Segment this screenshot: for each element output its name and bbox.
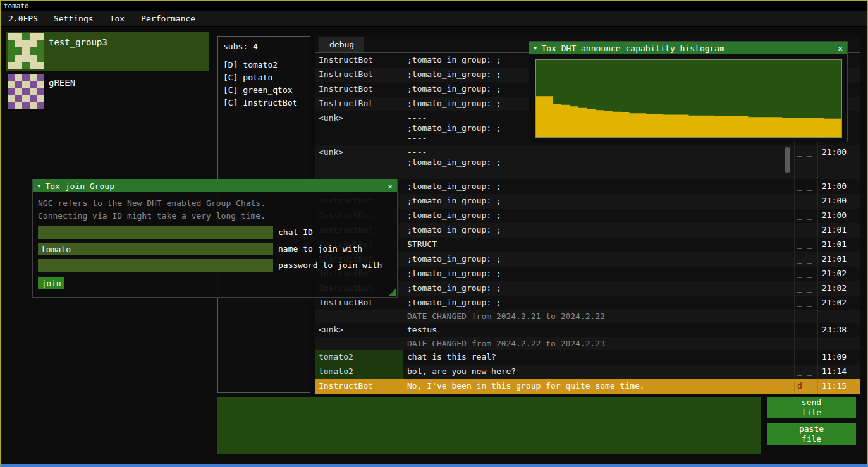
message-time: 11:14 (818, 365, 848, 379)
join-window-body: NGC refers to the New DHT enabled Group … (33, 192, 397, 294)
message-time: 21:00 (818, 179, 848, 194)
join-button[interactable]: join (38, 277, 64, 289)
message-time: 11:15 (818, 379, 848, 394)
message-status: _ _ (795, 194, 818, 209)
row-pad (848, 296, 860, 310)
row-pad (848, 209, 860, 223)
collapse-icon[interactable]: ▼ (534, 45, 537, 51)
message-time: 23:38 (818, 323, 848, 337)
message-status: _ _ (795, 223, 818, 238)
send-file-button[interactable]: send file (767, 397, 856, 418)
resize-grip[interactable] (388, 288, 396, 296)
chat-message-row[interactable]: <unk>---- ;tomato_in_group: ; ----_ _21:… (315, 145, 860, 179)
message-sender: <unk> (315, 111, 403, 145)
group-item-gREEN[interactable]: gREEN (6, 72, 209, 111)
chat-message-row[interactable]: InstructBotNo, I've been in this group f… (315, 379, 860, 394)
join-group-window: ▼ Tox join Group ✕ NGC refers to the New… (32, 179, 398, 298)
join-field-row: name to join with (38, 243, 392, 255)
join-window-title: Tox join Group (45, 181, 114, 191)
date-separator-text: DATE CHANGED from 2024.2.21 to 2024.2.22 (403, 310, 795, 323)
join-info-line: Connecting via ID might take a very long… (38, 210, 392, 222)
message-time: 21:02 (818, 296, 848, 310)
message-status: _ _ (795, 238, 818, 252)
message-sender: tomato2 (315, 350, 403, 365)
message-status: _ _ (795, 179, 818, 194)
row-pad (848, 53, 860, 68)
sub-item-green_qtox[interactable]: [C] green_qtox (218, 84, 310, 97)
row-pad (848, 281, 860, 296)
paste-file-button[interactable]: paste file (767, 423, 856, 445)
group-item-test_group3[interactable]: test_group3 (6, 32, 209, 71)
message-time: 21:00 (818, 209, 848, 223)
chat-scrollbar-thumb[interactable] (785, 147, 790, 173)
message-time: 21:02 (818, 281, 848, 296)
date-separator-row[interactable]: DATE CHANGED from 2024.2.22 to 2024.2.23 (315, 337, 860, 350)
message-text: ;tomato_in_group: ; (403, 252, 795, 267)
message-status: d (795, 379, 818, 394)
chat-ID-input[interactable] (38, 226, 273, 239)
subs-header: subs: 4 (218, 37, 310, 59)
name-to-join-with-input[interactable] (38, 243, 273, 255)
tab-debug[interactable]: debug (319, 37, 364, 52)
message-status (795, 337, 818, 350)
group-avatar (8, 74, 44, 109)
collapse-icon[interactable]: ▼ (37, 183, 40, 189)
row-pad (848, 82, 860, 97)
sub-item-potato[interactable]: [C] potato (218, 71, 310, 84)
subs-list: [D] tomato2[C] potato[C] green_qtox[C] I… (218, 59, 310, 109)
message-text: ;tomato_in_group: ; (403, 179, 795, 194)
message-sender: InstructBot (315, 53, 403, 68)
message-status: _ _ (795, 350, 818, 365)
message-sender: InstructBot (315, 379, 403, 394)
chat-message-row[interactable]: InstructBot;tomato_in_group: ;_ _21:02 (315, 296, 860, 310)
message-sender: tomato2 (315, 365, 403, 379)
fps-counter: 2.0FPS (1, 14, 46, 23)
chat-message-row[interactable]: <unk>testus_ _23:38 (315, 323, 860, 337)
row-pad (848, 194, 860, 209)
message-status: _ _ (795, 252, 818, 267)
message-text: ;tomato_in_group: ; (403, 281, 795, 296)
row-pad (848, 365, 860, 379)
chat-message-row[interactable]: tomato2chat is this real?_ _11:09 (315, 350, 860, 365)
row-pad (848, 310, 860, 323)
menu-settings[interactable]: Settings (46, 11, 102, 26)
message-time: 21:00 (818, 145, 848, 179)
date-separator-row[interactable]: DATE CHANGED from 2024.2.21 to 2024.2.22 (315, 310, 860, 323)
date-separator-text: DATE CHANGED from 2024.2.22 to 2024.2.23 (403, 337, 795, 350)
message-time: 21:01 (818, 238, 848, 252)
message-sender: <unk> (315, 145, 403, 179)
close-icon[interactable]: ✕ (388, 181, 393, 191)
row-pad (848, 350, 860, 365)
message-time (818, 310, 848, 323)
row-pad (848, 97, 860, 111)
message-text: ;tomato_in_group: ; (403, 194, 795, 209)
join-field-label: password to join with (278, 259, 382, 272)
message-sender: <unk> (315, 323, 403, 337)
app-window: tomato 2.0FPS SettingsToxPerformance tes… (0, 0, 868, 467)
message-text: ;tomato_in_group: ; (403, 267, 795, 281)
menu-performance[interactable]: Performance (133, 11, 204, 26)
message-sender: InstructBot (315, 296, 403, 310)
sub-item-tomato2[interactable]: [D] tomato2 (218, 59, 310, 71)
close-icon[interactable]: ✕ (838, 44, 843, 53)
join-fields: chat IDname to join withpassword to join… (38, 226, 392, 272)
join-info-text: NGC refers to the New DHT enabled Group … (38, 197, 392, 222)
password-to-join-with-input[interactable] (38, 259, 273, 272)
menu-tox[interactable]: Tox (102, 11, 133, 26)
dht-histogram-plot (535, 59, 842, 138)
histogram-window-titlebar[interactable]: ▼ Tox DHT announce capability histogram … (529, 42, 847, 54)
group-name: gREEN (49, 78, 75, 111)
chat-message-row[interactable]: tomato2bot, are you new here?_ _11:14 (315, 365, 860, 379)
message-time: 21:02 (818, 267, 848, 281)
sub-item-InstructBot[interactable]: [C] InstructBot (218, 97, 310, 109)
window-title: tomato (4, 2, 29, 10)
message-status: _ _ (795, 267, 818, 281)
group-avatar (8, 33, 44, 69)
join-info-line: NGC refers to the New DHT enabled Group … (38, 197, 392, 210)
join-window-titlebar[interactable]: ▼ Tox join Group ✕ (33, 179, 397, 192)
menu-items: SettingsToxPerformance (46, 11, 204, 26)
message-input[interactable] (217, 397, 761, 454)
message-status: _ _ (795, 365, 818, 379)
message-text: chat is this real? (403, 350, 795, 365)
row-pad (848, 323, 860, 337)
